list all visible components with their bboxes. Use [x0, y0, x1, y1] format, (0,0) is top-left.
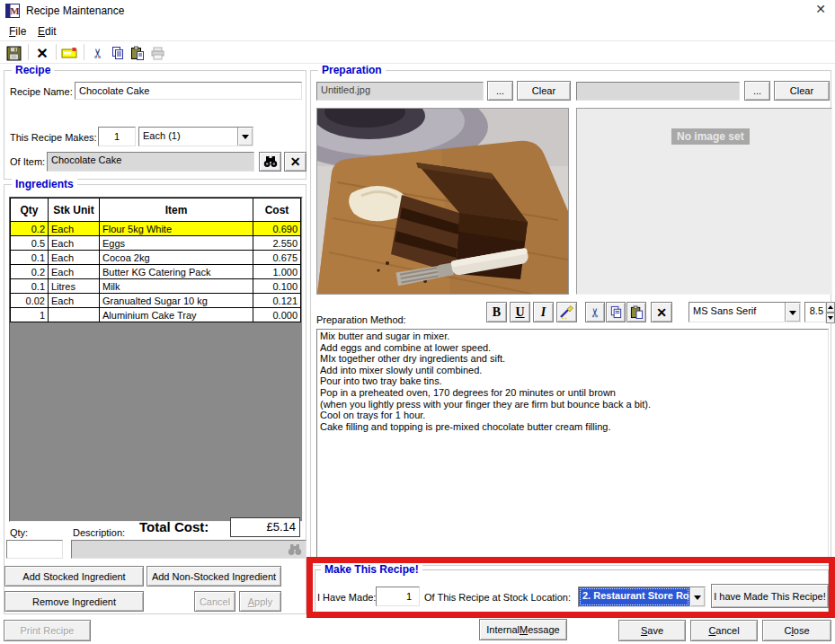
- clear-image2-button[interactable]: Clear: [774, 81, 830, 101]
- cell-item: Eggs: [100, 236, 253, 251]
- method-clear-button[interactable]: ✕: [651, 302, 672, 322]
- recipe-name-input[interactable]: [75, 82, 302, 100]
- method-paste-button[interactable]: [626, 302, 646, 322]
- clear-image1-button[interactable]: Clear: [517, 81, 571, 101]
- description-label: Description:: [73, 527, 125, 538]
- internal-message-button[interactable]: Internal Message: [479, 619, 567, 640]
- recipe-makes-input[interactable]: [98, 127, 136, 146]
- table-header-row: Qty Stk Unit Item Cost: [11, 198, 301, 222]
- recipe-maintenance-window: M Recipe Maintenance ✕ File Edit ✕ ✂: [0, 0, 835, 644]
- close-button[interactable]: Close: [762, 620, 831, 641]
- cut-icon[interactable]: ✂: [88, 43, 108, 63]
- copy-icon[interactable]: [108, 43, 128, 63]
- close-icon[interactable]: ✕: [808, 2, 833, 20]
- col-cost: Cost: [253, 198, 301, 222]
- table-row[interactable]: 0.02EachGranualted Sugar 10 kg0.121: [11, 294, 301, 308]
- add-stocked-ingredient-button[interactable]: Add Stocked Ingredient: [4, 566, 144, 587]
- table-row[interactable]: 0.5EachEggs2.550: [11, 236, 301, 251]
- made-this-recipe-button[interactable]: I have Made This Recipe!: [711, 584, 829, 608]
- cancel-button[interactable]: Cancel: [690, 620, 758, 641]
- total-cost-value: £5.14: [230, 517, 300, 537]
- ingredients-grid: Qty Stk Unit Item Cost 0.2EachFlour 5kg …: [9, 197, 303, 522]
- paste-icon: [630, 305, 644, 319]
- menu-edit[interactable]: Edit: [34, 24, 60, 39]
- clear-item-button[interactable]: ✕: [284, 152, 306, 172]
- browse-image1-button[interactable]: ...: [487, 81, 513, 101]
- delete-icon[interactable]: ✕: [32, 43, 52, 63]
- ingredient-apply-button: Apply: [239, 591, 281, 612]
- of-item-label: Of Item:: [10, 156, 45, 167]
- cell-qty: 0.2: [11, 222, 49, 236]
- method-copy-button[interactable]: [606, 302, 626, 322]
- remove-ingredient-button[interactable]: Remove Ingredient: [4, 591, 144, 612]
- total-cost-label: Total Cost:: [139, 519, 209, 534]
- ingredients-table-body: 0.2EachFlour 5kg White0.6900.5EachEggs2.…: [11, 222, 301, 322]
- table-row[interactable]: 1Aluminium Cake Tray0.000: [11, 308, 301, 322]
- save-icon[interactable]: [4, 43, 23, 63]
- save-button[interactable]: Save: [618, 620, 686, 641]
- table-row[interactable]: 0.1EachCocoa 2kg0.675: [11, 251, 301, 265]
- font-name-combo[interactable]: MS Sans Serif: [688, 302, 801, 322]
- table-row[interactable]: 0.1LitresMilk0.100: [11, 279, 301, 294]
- cell-qty: 0.5: [11, 236, 49, 251]
- recipe-name-label: Recipe Name:: [10, 86, 73, 97]
- make-recipe-group: Make This Recipe! I Have Made: Of This R…: [315, 569, 829, 613]
- of-item-field[interactable]: Chocolate Cake: [47, 152, 254, 172]
- method-cut-button[interactable]: ✂: [585, 302, 605, 322]
- font-size-field[interactable]: 8.5: [804, 302, 826, 322]
- svg-text:M: M: [10, 5, 20, 16]
- table-row[interactable]: 0.2EachButter KG Catering Pack1.000: [11, 265, 301, 279]
- stock-location-combo[interactable]: 2. Restaurant Store Room: [578, 587, 706, 607]
- preparation-group: Preparation Untitled.jpg ... Clear ... C…: [310, 70, 831, 566]
- cell-unit: [49, 308, 100, 322]
- font-name-value: MS Sans Serif: [689, 303, 785, 322]
- window-title: Recipe Maintenance: [26, 4, 124, 17]
- spinner-up-icon[interactable]: [826, 302, 835, 313]
- find-item-button[interactable]: [259, 152, 281, 172]
- cell-item: Flour 5kg White: [100, 222, 253, 236]
- message-icon[interactable]: [59, 43, 79, 63]
- cell-unit: Litres: [49, 279, 100, 294]
- menu-file[interactable]: File: [5, 24, 30, 39]
- font-size-spinner[interactable]: [826, 302, 835, 322]
- italic-button[interactable]: I: [533, 302, 554, 322]
- recipe-group: Recipe Recipe Name: This Recipe Makes: E…: [4, 70, 306, 180]
- ingredients-group-label: Ingredients: [12, 178, 77, 190]
- brush-icon: [559, 304, 574, 320]
- spinner-down-icon[interactable]: [826, 313, 835, 323]
- description-field[interactable]: [71, 540, 306, 559]
- bold-button[interactable]: B: [486, 302, 507, 322]
- chevron-down-icon[interactable]: [689, 587, 705, 606]
- preparation-method-textarea[interactable]: Mix butter and sugar in mixer. Add eggs …: [316, 329, 829, 563]
- cell-qty: 0.1: [11, 251, 49, 265]
- app-icon: M: [5, 4, 20, 18]
- cell-item: Butter KG Catering Pack: [100, 265, 253, 279]
- chevron-down-icon[interactable]: [237, 128, 253, 146]
- underline-button[interactable]: U: [510, 302, 530, 322]
- stock-location-label: Of This Recipe at Stock Location:: [424, 592, 571, 603]
- cell-item: Milk: [100, 279, 253, 294]
- toolbar: ✕ ✂: [0, 40, 835, 64]
- col-unit: Stk Unit: [49, 198, 100, 222]
- preparation-group-label: Preparation: [318, 64, 386, 76]
- cell-cost: 0.675: [253, 251, 301, 265]
- image2-filename-field[interactable]: [576, 82, 740, 101]
- add-non-stocked-ingredient-button[interactable]: Add Non-Stocked Ingredient: [147, 566, 281, 587]
- cell-cost: 0.000: [253, 308, 301, 322]
- cell-qty: 0.02: [11, 294, 49, 308]
- i-have-made-input[interactable]: [376, 587, 420, 606]
- title-bar: M Recipe Maintenance ✕: [0, 0, 835, 22]
- cell-cost: 0.690: [253, 222, 301, 236]
- chevron-down-icon[interactable]: [785, 303, 800, 322]
- format-brush-button[interactable]: [556, 302, 577, 322]
- qty-input[interactable]: [6, 540, 63, 559]
- preparation-method-label: Preparation Method:: [316, 314, 406, 325]
- image1-filename-field[interactable]: Untitled.jpg: [316, 82, 484, 101]
- qty-label: Qty:: [10, 527, 28, 538]
- browse-image2-button[interactable]: ...: [744, 81, 770, 101]
- paste-icon[interactable]: [128, 43, 147, 63]
- table-row[interactable]: 0.2EachFlour 5kg White0.690: [11, 222, 301, 236]
- cell-item: Cocoa 2kg: [100, 251, 253, 265]
- recipe-makes-unit-combo[interactable]: Each (1): [138, 127, 253, 146]
- cell-item: Aluminium Cake Tray: [100, 308, 253, 322]
